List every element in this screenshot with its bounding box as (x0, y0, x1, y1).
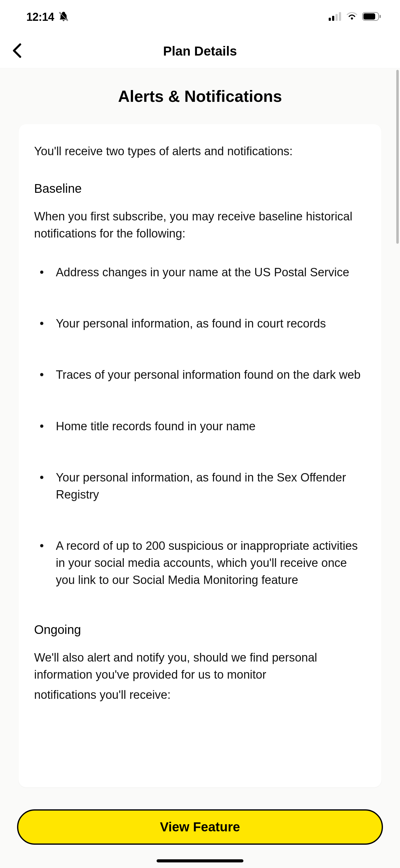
svg-rect-7 (363, 13, 375, 20)
svg-rect-3 (332, 16, 334, 21)
list-item: A record of up to 200 suspicious or inap… (34, 537, 366, 589)
scroll-indicator[interactable] (396, 70, 399, 244)
content-scroll-area[interactable]: Alerts & Notifications You'll receive tw… (0, 68, 400, 868)
cta-label: View Feature (160, 819, 240, 834)
dnd-icon (58, 11, 69, 23)
baseline-heading: Baseline (34, 182, 366, 195)
cellular-signal-icon (329, 12, 342, 22)
wifi-icon (346, 12, 358, 22)
list-item: Your personal information, as found in c… (34, 315, 366, 332)
home-indicator[interactable] (157, 859, 243, 862)
intro-text: You'll receive two types of alerts and n… (34, 143, 366, 160)
view-feature-button[interactable]: View Feature (17, 809, 383, 845)
status-right (329, 12, 381, 22)
section-title: Alerts & Notifications (0, 87, 400, 105)
nav-title: Plan Details (0, 44, 400, 59)
baseline-description: When you first subscribe, you may receiv… (34, 208, 366, 242)
svg-rect-2 (329, 18, 331, 21)
list-item: Traces of your personal information foun… (34, 366, 366, 383)
back-button[interactable] (11, 43, 23, 60)
status-bar: 12:14 (0, 0, 400, 34)
battery-icon (362, 12, 381, 22)
status-left: 12:14 (26, 10, 69, 24)
ongoing-heading: Ongoing (34, 623, 366, 637)
svg-rect-8 (379, 15, 381, 18)
ongoing-trailing: notifications you'll receive: (34, 686, 366, 704)
status-time: 12:14 (26, 10, 54, 24)
svg-rect-5 (339, 12, 341, 21)
nav-bar: Plan Details (0, 34, 400, 68)
ongoing-description: We'll also alert and notify you, should … (34, 649, 366, 683)
chevron-left-icon (11, 43, 23, 58)
list-item: Address changes in your name at the US P… (34, 264, 366, 281)
list-item: Home title records found in your name (34, 418, 366, 435)
baseline-list: Address changes in your name at the US P… (34, 264, 366, 589)
list-item: Your personal information, as found in t… (34, 469, 366, 503)
content-card: You'll receive two types of alerts and n… (19, 124, 381, 787)
svg-rect-4 (335, 14, 338, 21)
